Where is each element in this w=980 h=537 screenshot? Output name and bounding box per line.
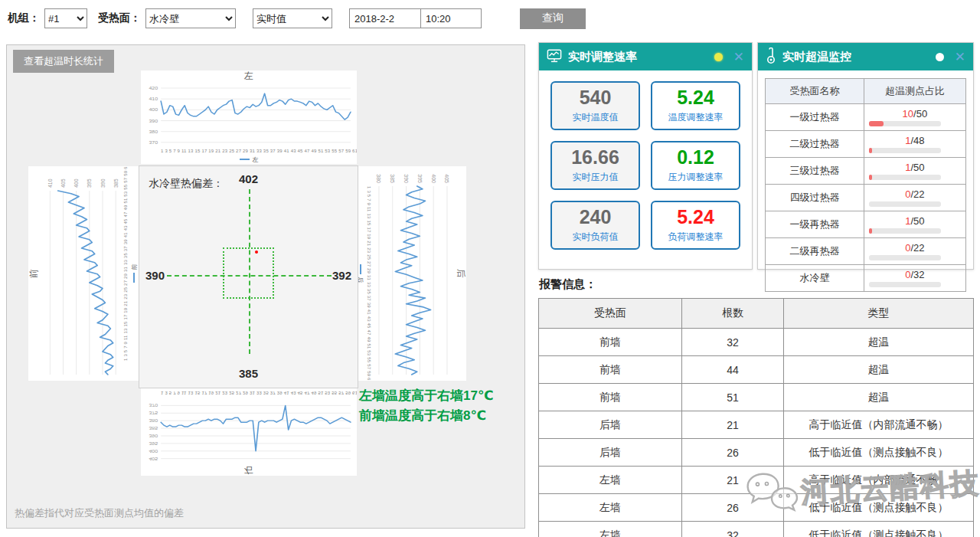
surface-name: 四级过热器 bbox=[766, 185, 864, 211]
svg-text:405: 405 bbox=[149, 457, 158, 462]
alarm-surface: 前墙 bbox=[539, 384, 682, 411]
overtemp-row: 一级再热器1/50 bbox=[766, 211, 966, 238]
rate-card-4: 240实时负荷值 bbox=[550, 201, 640, 250]
card-label: 实时温度值 bbox=[573, 111, 619, 124]
svg-text:380: 380 bbox=[149, 129, 158, 133]
chart-title: 前 bbox=[28, 166, 40, 381]
svg-text:390: 390 bbox=[403, 174, 410, 183]
deviation-point-marker bbox=[255, 250, 258, 254]
svg-text:400: 400 bbox=[149, 107, 158, 112]
overtemp-progress-bar bbox=[869, 255, 941, 260]
time-input[interactable] bbox=[421, 9, 481, 28]
surface-name: 三级过热器 bbox=[766, 158, 864, 185]
surface-select[interactable]: 水冷壁 bbox=[145, 8, 236, 28]
overtemp-ratio-cell: 0/22 bbox=[864, 238, 965, 265]
svg-text:405: 405 bbox=[443, 174, 450, 183]
svg-text:370: 370 bbox=[149, 403, 158, 408]
alarm-type: 超温 bbox=[784, 329, 974, 356]
column-header: 超温测点占比 bbox=[864, 79, 965, 104]
overtemp-row: 四级过热器0/22 bbox=[766, 185, 966, 211]
overtemp-table-header-row: 受热面名称 超温测点占比 bbox=[766, 79, 966, 104]
surface-label: 受热面： bbox=[98, 11, 141, 25]
overtemp-ratio-cell: 1/50 bbox=[864, 158, 965, 185]
alarm-count: 51 bbox=[682, 384, 784, 411]
mode-select[interactable]: 实时值 bbox=[253, 8, 332, 28]
alarm-surface: 左墙 bbox=[539, 494, 682, 522]
card-label: 实时压力值 bbox=[573, 171, 619, 184]
overtemp-progress-bar bbox=[869, 121, 941, 126]
card-value: 540 bbox=[580, 87, 612, 109]
alarm-count: 44 bbox=[682, 356, 784, 384]
chart-left-wall: 左 370380390400410420 1 3 5 7 9 11 13 15 … bbox=[141, 70, 357, 164]
line-chart-svg: 370380390400410420 bbox=[141, 82, 357, 148]
svg-text:395: 395 bbox=[86, 178, 93, 188]
close-icon[interactable]: ✕ bbox=[733, 51, 744, 64]
unit-select[interactable]: #1 bbox=[44, 8, 87, 28]
svg-text:395: 395 bbox=[149, 441, 158, 447]
total-count: /22 bbox=[910, 188, 924, 200]
total-count: /50 bbox=[913, 108, 927, 120]
chart-x-labels: 1 3 5 7 9 11 13 15 17 19 21 23 25 27 29 … bbox=[122, 166, 129, 381]
query-button[interactable]: 查询 bbox=[520, 8, 586, 29]
overtemp-progress-bar bbox=[869, 175, 941, 180]
total-count: /32 bbox=[910, 269, 924, 280]
rate-card-0: 540实时温度值 bbox=[550, 81, 640, 130]
panel-header: 实时超温监控 ✕ bbox=[758, 43, 973, 70]
svg-text:390: 390 bbox=[99, 178, 106, 188]
alarm-surface: 左墙 bbox=[539, 467, 682, 494]
card-label: 温度调整速率 bbox=[668, 111, 724, 124]
deviation-bottom-value: 385 bbox=[139, 367, 358, 380]
overtemp-progress-bar bbox=[869, 148, 941, 153]
svg-text:385: 385 bbox=[149, 426, 158, 431]
total-count: /48 bbox=[910, 135, 924, 146]
line-chart-svg: 370375380385390395400405 bbox=[141, 396, 357, 464]
deviation-target-square bbox=[223, 247, 274, 299]
thermometer-icon bbox=[766, 47, 776, 67]
column-header: 根数 bbox=[682, 299, 784, 329]
alarm-row: 后墙21高于临近值（内部流通不畅） bbox=[539, 411, 974, 439]
overtemp-table: 受热面名称 超温测点占比 一级过热器10/50二级过热器1/48三级过热器1/5… bbox=[765, 78, 966, 292]
surface-name: 二级再热器 bbox=[766, 238, 864, 265]
date-input[interactable] bbox=[350, 9, 420, 28]
alarm-count: 21 bbox=[682, 411, 784, 439]
legend-line-swatch bbox=[360, 264, 361, 274]
overtemp-row: 二级再热器0/22 bbox=[766, 238, 966, 265]
column-header: 受热面名称 bbox=[766, 79, 864, 104]
chart-title: 左 bbox=[141, 70, 357, 82]
alarm-row: 前墙44超温 bbox=[539, 356, 974, 384]
surface-name: 二级过热器 bbox=[766, 131, 864, 158]
overtemp-ratio-cell: 1/48 bbox=[864, 131, 965, 158]
svg-text:380: 380 bbox=[149, 418, 158, 424]
overtemp-row: 水冷壁0/32 bbox=[766, 265, 966, 292]
overtemp-duration-stats-button[interactable]: 查看超温时长统计 bbox=[13, 50, 114, 73]
alarm-row: 左墙21高于临近值（内部流通不畅） bbox=[539, 467, 974, 494]
svg-text:385: 385 bbox=[112, 178, 119, 188]
total-count: /50 bbox=[910, 215, 924, 227]
chart-legend: 左 bbox=[141, 155, 357, 164]
alarm-surface: 前墙 bbox=[539, 329, 682, 356]
chart-title: 后 bbox=[455, 166, 466, 381]
panel-title: 实时超温监控 bbox=[782, 50, 929, 64]
chart-x-labels: 1 3 5 7 9 11 13 15 17 19 21 23 25 27 29 … bbox=[141, 389, 357, 396]
close-icon[interactable]: ✕ bbox=[955, 51, 965, 64]
overtemp-progress-bar bbox=[869, 228, 941, 234]
chart-legend: 前 bbox=[129, 166, 139, 381]
svg-text:400: 400 bbox=[73, 178, 80, 188]
line-chart-svg: 385390395400405410 bbox=[40, 166, 122, 381]
alarm-row: 前墙32超温 bbox=[539, 329, 974, 356]
svg-text:400: 400 bbox=[149, 449, 158, 454]
chart-x-labels: 1 3 5 7 9 11 13 15 17 19 21 23 25 27 29 … bbox=[365, 166, 372, 381]
alarm-type: 超温 bbox=[784, 356, 974, 384]
rate-card-1: 5.24温度调整速率 bbox=[651, 81, 740, 130]
card-value: 240 bbox=[580, 207, 612, 228]
note-line-2: 前墙温度高于右墙8℃ bbox=[359, 406, 494, 426]
deviation-right-value: 392 bbox=[332, 269, 351, 282]
note-line-1: 左墙温度高于右墙17℃ bbox=[359, 386, 494, 406]
alarm-surface: 前墙 bbox=[539, 356, 682, 384]
alarm-type: 高于临近值（内部流通不畅） bbox=[784, 411, 974, 439]
panel-header: 实时调整速率 ✕ bbox=[539, 43, 752, 70]
card-value: 0.12 bbox=[677, 147, 714, 169]
surface-name: 水冷壁 bbox=[766, 265, 864, 292]
alarm-row: 后墙26低于临近值（测点接触不良） bbox=[539, 439, 974, 467]
alarm-type: 低于临近值（测点接触不良） bbox=[784, 494, 974, 522]
